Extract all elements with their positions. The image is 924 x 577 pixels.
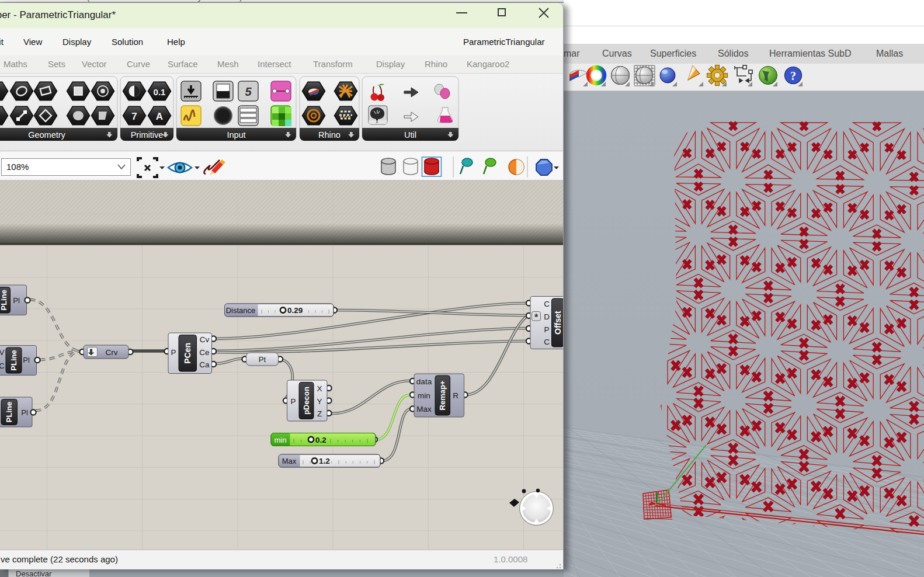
svg-text:pDecon: pDecon	[302, 387, 311, 415]
svg-text:Pt: Pt	[259, 355, 266, 364]
svg-text:Z: Z	[317, 409, 322, 418]
svg-text:*: *	[534, 312, 539, 322]
svg-text:P: P	[544, 325, 549, 334]
svg-text:Y: Y	[317, 397, 322, 406]
svg-text:Cv: Cv	[200, 335, 210, 344]
svg-text:C: C	[544, 338, 550, 346]
svg-text:0.29: 0.29	[287, 306, 303, 315]
svg-text:P: P	[290, 397, 296, 406]
svg-text:PCen: PCen	[183, 343, 192, 364]
svg-text:Pl: Pl	[23, 356, 30, 364]
svg-text:data: data	[416, 377, 432, 386]
svg-text:C: C	[544, 300, 550, 308]
svg-text:Pl: Pl	[13, 296, 20, 305]
svg-text:Distance: Distance	[226, 306, 256, 315]
svg-text:Ca: Ca	[199, 360, 210, 369]
svg-text:Ce: Ce	[199, 348, 209, 357]
svg-text:Remap+: Remap+	[438, 380, 447, 410]
svg-text:X: X	[317, 384, 322, 393]
svg-text:PLine: PLine	[0, 290, 8, 310]
svg-text:Offset: Offset	[553, 311, 562, 335]
svg-text:min: min	[275, 436, 287, 444]
svg-text:PLine: PLine	[9, 350, 18, 370]
svg-text:0.2: 0.2	[315, 436, 326, 444]
svg-text:Max: Max	[416, 405, 432, 413]
svg-text:C: C	[0, 362, 5, 370]
svg-text:P: P	[171, 348, 176, 357]
svg-text:D: D	[544, 312, 550, 321]
svg-text:Crv: Crv	[106, 348, 118, 357]
svg-text:min: min	[418, 391, 430, 400]
svg-text:Pl: Pl	[21, 408, 28, 417]
svg-text:Max: Max	[282, 457, 297, 465]
svg-text:PLine: PLine	[5, 402, 13, 422]
svg-text:R: R	[453, 391, 458, 400]
svg-text:1.2: 1.2	[319, 457, 330, 465]
svg-text:V: V	[0, 348, 5, 357]
